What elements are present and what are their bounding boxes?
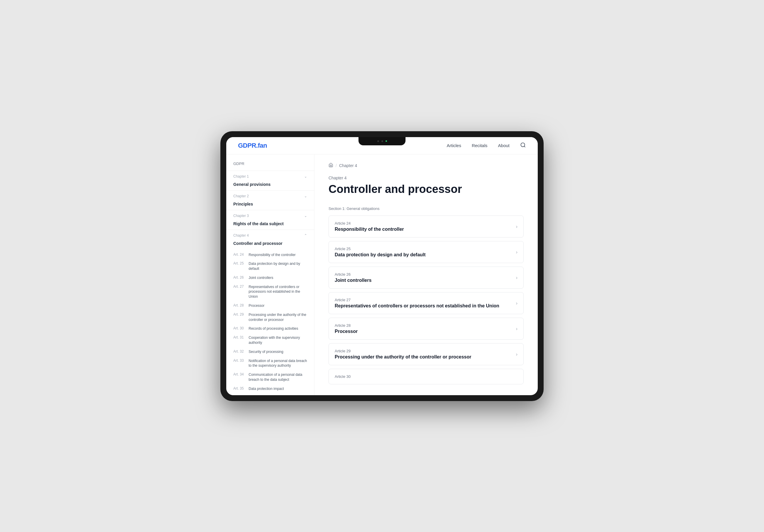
home-icon[interactable] [328,163,333,169]
article-25-content: Article 25 Data protection by design and… [335,247,426,257]
article-24-chevron: › [516,224,517,229]
art-27-num: Art. 27 [233,285,246,299]
notch-dot-gray2 [381,140,383,142]
article-26-chevron: › [516,275,517,280]
art-31-title: Cooperation with the supervisory authori… [249,335,307,345]
nav-about[interactable]: About [498,143,509,148]
nav-recitals[interactable]: Recitals [472,143,487,148]
chapter-1-title: General provisions [226,182,314,190]
article-card-28[interactable]: Article 28 Processor › [328,318,524,340]
article-28-content: Article 28 Processor [335,323,358,334]
sidebar-article-33[interactable]: Art. 33 Notification of a personal data … [226,356,314,370]
art-33-title: Notification of a personal data breach t… [249,358,307,368]
article-24-num: Article 24 [335,221,404,225]
article-card-25[interactable]: Article 25 Data protection by design and… [328,241,524,263]
article-26-content: Article 26 Joint controllers [335,272,371,283]
sidebar-article-31[interactable]: Art. 31 Cooperation with the supervisory… [226,333,314,347]
svg-line-1 [524,146,525,147]
article-29-num: Article 29 [335,349,471,353]
section-label: Section 1: General obligations [328,206,524,211]
art-26-title: Joint controllers [249,275,273,280]
sidebar-article-32[interactable]: Art. 32 Security of processing [226,347,314,356]
art-31-num: Art. 31 [233,335,246,345]
browser-screen: GDPR.fan Articles Recitals About GDPR [226,137,538,395]
sidebar-article-28[interactable]: Art. 28 Processor [226,301,314,310]
article-card-24[interactable]: Article 24 Responsibility of the control… [328,215,524,237]
svg-point-0 [521,143,525,147]
art-30-num: Art. 30 [233,326,246,331]
sidebar-chapter-1: Chapter 1 ⌄ General provisions [226,171,314,190]
article-card-27[interactable]: Article 27 Representatives of controller… [328,292,524,314]
sidebar-article-35[interactable]: Art. 35 Data protection impact [226,384,314,393]
art-32-title: Security of processing [249,349,283,354]
sidebar-article-29[interactable]: Art. 29 Processing under the authority o… [226,310,314,325]
art-35-num: Art. 35 [233,386,246,391]
art-35-title: Data protection impact [249,386,284,391]
nav-links: Articles Recitals About [447,142,526,149]
art-33-num: Art. 33 [233,358,246,368]
article-27-title: Representatives of controllers or proces… [335,303,499,309]
chapter-3-number: Chapter 3 [233,214,249,218]
chapter-4-title: Controller and processor [226,241,314,249]
article-29-title: Processing under the authority of the co… [335,354,471,360]
chapter-1-chevron: ⌄ [304,175,307,179]
sidebar-articles-chapter-4: Art. 24 Responsibility of the controller… [226,249,314,395]
logo[interactable]: GDPR.fan [238,142,267,149]
article-26-title: Joint controllers [335,278,371,283]
art-24-num: Art. 24 [233,252,246,257]
article-29-chevron: › [516,352,517,357]
art-24-title: Responsibility of the controller [249,252,295,257]
article-card-30[interactable]: Article 30 [328,369,524,384]
chapter-2-title: Principles [226,202,314,210]
nav-articles[interactable]: Articles [447,143,461,148]
sidebar-chapter-3-header[interactable]: Chapter 3 ⌄ [226,210,314,221]
sidebar-article-24[interactable]: Art. 24 Responsibility of the controller [226,250,314,260]
article-26-num: Article 26 [335,272,371,277]
sidebar-article-26[interactable]: Art. 26 Joint controllers [226,273,314,282]
art-25-num: Art. 25 [233,261,246,271]
sidebar-article-27[interactable]: Art. 27 Representatives of controllers o… [226,282,314,301]
art-28-num: Art. 28 [233,303,246,308]
art-25-title: Data protection by design and by default [249,261,307,271]
sidebar: GDPR Chapter 1 ⌄ General provisions Chap… [226,154,314,395]
sidebar-chapter-4: Chapter 4 ⌃ Controller and processor Art… [226,230,314,395]
chapter-label: Chapter 4 [328,176,524,180]
article-29-content: Article 29 Processing under the authorit… [335,349,471,360]
chapter-4-chevron: ⌃ [304,233,307,237]
chapter-4-number: Chapter 4 [233,233,249,237]
article-27-chevron: › [516,301,517,306]
sidebar-chapter-1-header[interactable]: Chapter 1 ⌄ [226,171,314,182]
sidebar-chapter-2-header[interactable]: Chapter 2 ⌄ [226,191,314,202]
article-28-chevron: › [516,326,517,332]
article-card-29[interactable]: Article 29 Processing under the authorit… [328,343,524,365]
article-28-num: Article 28 [335,323,358,328]
article-25-num: Article 25 [335,247,426,251]
art-30-title: Records of processing activities [249,326,298,331]
sidebar-article-25[interactable]: Art. 25 Data protection by design and by… [226,259,314,273]
sidebar-chapter-2: Chapter 2 ⌄ Principles [226,190,314,210]
article-27-num: Article 27 [335,298,499,302]
article-27-content: Article 27 Representatives of controller… [335,298,499,309]
article-24-title: Responsibility of the controller [335,227,404,232]
chapter-2-number: Chapter 2 [233,194,249,198]
sidebar-article-34[interactable]: Art. 34 Communication of a personal data… [226,370,314,384]
search-icon[interactable] [520,142,526,149]
main-layout: GDPR Chapter 1 ⌄ General provisions Chap… [226,154,538,395]
device-frame: GDPR.fan Articles Recitals About GDPR [220,131,544,401]
logo-gdpr: GDPR [238,142,256,149]
sidebar-article-30[interactable]: Art. 30 Records of processing activities [226,324,314,333]
chapter-1-number: Chapter 1 [233,175,249,179]
chapter-title: Controller and processor [328,183,524,196]
article-24-content: Article 24 Responsibility of the control… [335,221,404,232]
logo-fan: .fan [256,142,267,149]
sidebar-chapter-4-header[interactable]: Chapter 4 ⌃ [226,230,314,241]
article-card-26[interactable]: Article 26 Joint controllers › [328,267,524,289]
art-34-num: Art. 34 [233,372,246,382]
notch-dot-green [386,140,387,142]
article-28-title: Processor [335,329,358,334]
chapter-2-chevron: ⌄ [304,194,307,198]
article-25-title: Data protection by design and by default [335,252,426,257]
art-27-title: Representatives of controllers or proces… [249,285,307,299]
breadcrumb-current: Chapter 4 [339,163,357,168]
breadcrumb-separator: / [335,163,337,168]
